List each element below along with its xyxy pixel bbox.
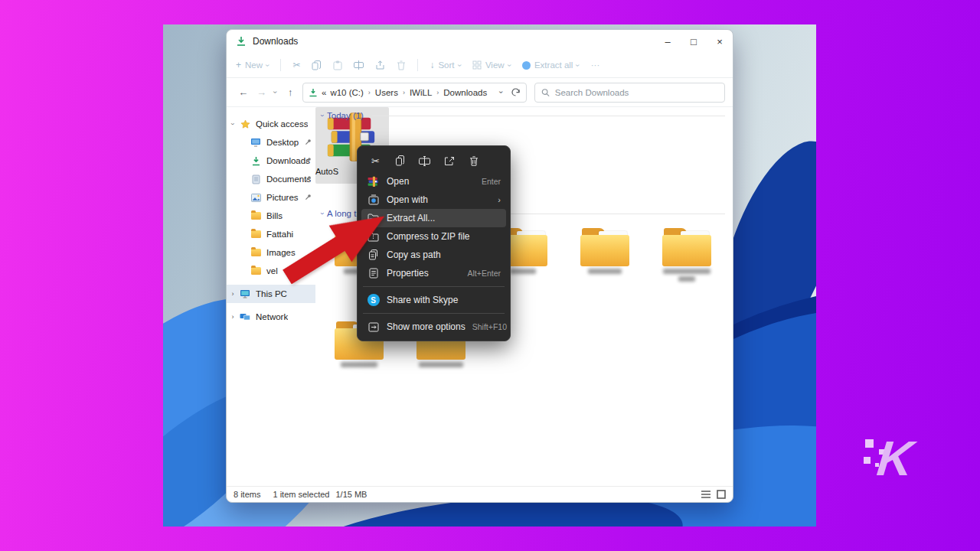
cut-icon[interactable]: ✂ <box>370 155 381 167</box>
group-header-today[interactable]: › Today (1) <box>321 111 725 120</box>
blurred-file-name <box>663 269 710 274</box>
delete-icon[interactable] <box>397 60 406 70</box>
skype-icon: S <box>367 294 380 306</box>
search-input[interactable] <box>555 88 718 97</box>
address-dropdown-icon[interactable]: › <box>498 91 506 93</box>
folder-icon <box>250 267 262 275</box>
show-more-icon <box>367 322 380 332</box>
crumb-overflow[interactable]: « <box>322 88 326 97</box>
blurred-file-name <box>341 362 377 367</box>
desktop: Downloads – □ × + New › ✂ <box>163 24 816 527</box>
details-view-icon[interactable] <box>701 491 710 498</box>
sidebar-item-downloads[interactable]: Downloads <box>227 152 315 170</box>
selection-status: 1 item selected <box>273 490 329 499</box>
back-button[interactable]: ← <box>234 86 253 98</box>
downloads-icon <box>250 156 262 166</box>
history-chevron-icon[interactable]: › <box>272 87 280 98</box>
menu-separator <box>363 313 505 314</box>
titlebar: Downloads – □ × <box>227 30 733 53</box>
sidebar-item-fattahi[interactable]: Fattahi <box>227 225 315 243</box>
blurred-file-name <box>678 276 695 282</box>
minimize-button[interactable]: – <box>655 30 681 53</box>
share-icon[interactable] <box>375 60 385 70</box>
collapse-chevron-icon[interactable]: › <box>227 313 239 321</box>
properties-icon <box>367 268 380 279</box>
this-pc-icon <box>239 289 251 298</box>
menu-item-open[interactable]: Open Enter <box>361 172 506 191</box>
more-options-button[interactable]: ··· <box>591 60 600 70</box>
context-menu-quick-actions: ✂ <box>361 149 506 172</box>
breadcrumb[interactable]: w10 (C:) <box>330 88 363 97</box>
menu-item-show-more-options[interactable]: Show more options Shift+F10 <box>361 318 506 336</box>
extract-all-toolbar-button[interactable]: Extract all › <box>522 60 580 70</box>
collapse-chevron-icon[interactable]: › <box>227 290 239 298</box>
delete-icon[interactable] <box>468 156 479 166</box>
pin-icon <box>305 157 312 164</box>
breadcrumb[interactable]: Downloads <box>443 88 487 97</box>
navigation-pane: › Quick access Desktop <box>227 107 315 486</box>
search-box[interactable] <box>534 83 725 103</box>
menu-item-open-with[interactable]: Open with › <box>361 191 506 209</box>
forward-button[interactable]: → <box>253 86 271 98</box>
pictures-icon <box>250 194 262 202</box>
sort-button[interactable]: ↓ Sort › <box>430 60 460 70</box>
folder-item[interactable] <box>568 228 642 274</box>
paste-icon[interactable] <box>333 60 342 70</box>
expand-chevron-icon[interactable]: › <box>229 118 237 130</box>
folder-icon <box>250 249 262 256</box>
menu-item-share-with-skype[interactable]: S Share with Skype <box>361 291 506 309</box>
cut-icon[interactable]: ✂ <box>292 60 300 70</box>
status-bar: 8 items 1 item selected 1/15 MB <box>227 486 733 502</box>
folder-icon <box>580 228 629 266</box>
share-icon[interactable] <box>443 156 455 166</box>
new-button[interactable]: + New › <box>236 60 269 70</box>
pin-icon <box>305 139 312 145</box>
up-button[interactable]: ↑ <box>281 86 299 98</box>
breadcrumb[interactable]: Users <box>375 88 398 97</box>
brand-pixel <box>864 457 871 464</box>
rename-icon[interactable] <box>354 60 364 70</box>
brand-pixel <box>865 439 874 448</box>
address-row: ← → › ↑ « w10 (C:) › Users › IWiLL › Dow… <box>227 78 733 107</box>
blurred-file-name <box>588 269 622 274</box>
sidebar-item-desktop[interactable]: Desktop <box>227 133 315 152</box>
rename-icon[interactable] <box>419 156 430 166</box>
sidebar-item-bills[interactable]: Bills <box>227 207 315 225</box>
branded-frame: K Downloads – □ × <box>0 0 980 551</box>
maximize-button[interactable]: □ <box>681 30 707 53</box>
crumb-separator: › <box>368 89 371 96</box>
menu-item-copy-as-path[interactable]: Copy as path <box>361 246 506 264</box>
downloads-icon <box>309 88 318 97</box>
folder-icon <box>250 230 262 238</box>
menu-item-properties[interactable]: Properties Alt+Enter <box>361 264 506 282</box>
crumb-separator: › <box>436 89 439 96</box>
view-button[interactable]: View › <box>472 60 511 70</box>
refresh-icon[interactable] <box>511 87 521 97</box>
breadcrumb[interactable]: IWiLL <box>410 88 432 97</box>
copy-icon[interactable] <box>312 60 322 70</box>
sidebar-item-documents[interactable]: Documents <box>227 170 315 188</box>
sidebar-item-quick-access[interactable]: › Quick access <box>227 115 315 133</box>
winrar-icon <box>367 176 380 187</box>
document-icon <box>250 174 262 184</box>
group-chevron-icon[interactable]: › <box>318 115 326 117</box>
sidebar-item-pictures[interactable]: Pictures <box>227 188 315 207</box>
address-bar[interactable]: « w10 (C:) › Users › IWiLL › Downloads › <box>302 83 527 103</box>
search-icon <box>541 88 550 97</box>
copy-icon[interactable] <box>394 155 406 166</box>
desktop-icon <box>250 138 262 147</box>
toolbar-divider <box>280 59 281 71</box>
pin-icon <box>305 175 312 182</box>
blurred-file-name <box>510 269 536 274</box>
item-count: 8 items <box>234 490 260 499</box>
group-chevron-icon[interactable]: › <box>318 213 326 215</box>
brand-logo: K <box>859 429 920 493</box>
folder-item[interactable] <box>650 228 724 282</box>
close-button[interactable]: × <box>707 30 733 53</box>
window-title: Downloads <box>253 36 298 47</box>
command-bar: + New › ✂ <box>227 53 733 78</box>
menu-separator <box>363 286 505 287</box>
selection-size: 1/15 MB <box>335 490 367 499</box>
sidebar-item-network[interactable]: › Network <box>227 308 315 326</box>
thumbnail-view-icon[interactable] <box>717 490 726 499</box>
